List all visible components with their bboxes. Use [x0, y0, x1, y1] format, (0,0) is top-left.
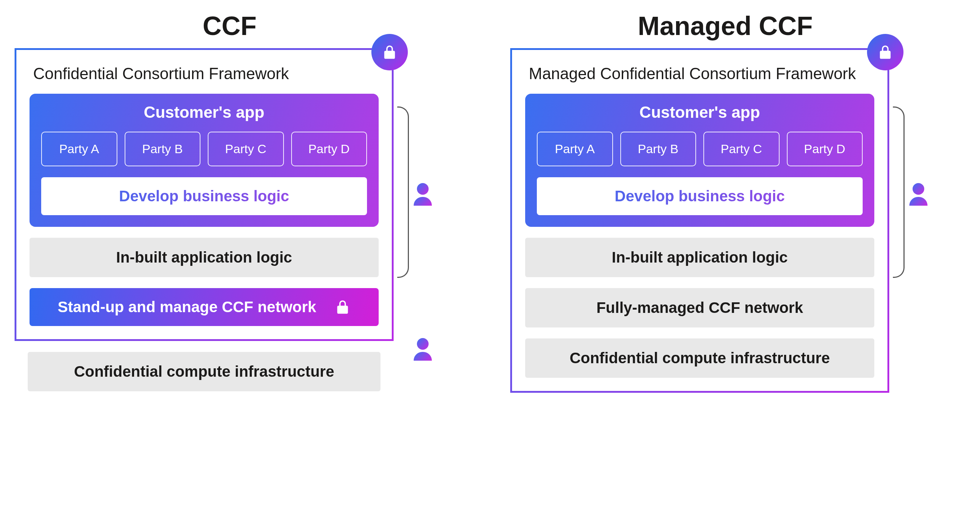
party-b: Party B — [125, 132, 201, 166]
managed-ccf-column: Managed CCF Managed Confidential Consort… — [510, 11, 940, 393]
customer-app-panel: Customer's app Party A Party B Party C P… — [30, 94, 379, 227]
person-icon — [414, 183, 432, 205]
party-a: Party A — [537, 132, 613, 166]
person-icon — [909, 183, 928, 205]
parties-row: Party A Party B Party C Party D — [537, 132, 863, 166]
develop-logic-label: Develop business logic — [41, 177, 367, 215]
confidential-infra-layer: Confidential compute infrastructure — [28, 352, 380, 391]
confidential-infra-layer: Confidential compute infrastructure — [525, 338, 874, 378]
party-b: Party B — [620, 132, 697, 166]
party-c: Party C — [208, 132, 284, 166]
party-c: Party C — [703, 132, 780, 166]
managed-network-layer: Fully-managed CCF network — [525, 288, 874, 327]
customer-app-title: Customer's app — [41, 103, 367, 121]
ccf-framework-title: Confidential Consortium Framework — [33, 65, 379, 83]
managed-framework-title: Managed Confidential Consortium Framewor… — [529, 65, 874, 83]
develop-logic-bar: Develop business logic — [537, 177, 863, 215]
party-d: Party D — [291, 132, 368, 166]
standup-network-bar: Stand-up and manage CCF network — [30, 288, 379, 326]
lock-icon — [371, 34, 408, 70]
inbuilt-logic-layer: In-built application logic — [30, 238, 379, 277]
ccf-framework-box: Confidential Consortium Framework Custom… — [14, 48, 394, 341]
party-a: Party A — [41, 132, 117, 166]
person-icon — [414, 338, 432, 360]
party-d: Party D — [787, 132, 863, 166]
parties-row: Party A Party B Party C Party D — [41, 132, 367, 166]
ccf-column: CCF Confidential Consortium Framework Cu… — [14, 11, 445, 393]
ccf-title: CCF — [203, 11, 256, 41]
lock-icon — [334, 299, 351, 315]
managed-framework-box: Managed Confidential Consortium Framewor… — [510, 48, 889, 393]
inbuilt-logic-layer: In-built application logic — [525, 238, 874, 277]
lock-icon — [867, 34, 904, 70]
develop-logic-bar: Develop business logic — [41, 177, 367, 215]
managed-ccf-title: Managed CCF — [638, 11, 813, 41]
brace-icon — [397, 107, 409, 278]
customer-app-title: Customer's app — [537, 103, 863, 121]
brace-icon — [893, 107, 905, 278]
standup-network-label: Stand-up and manage CCF network — [57, 298, 316, 316]
develop-logic-label: Develop business logic — [537, 177, 863, 215]
customer-app-panel: Customer's app Party A Party B Party C P… — [525, 94, 874, 227]
diagram: CCF Confidential Consortium Framework Cu… — [14, 11, 966, 393]
